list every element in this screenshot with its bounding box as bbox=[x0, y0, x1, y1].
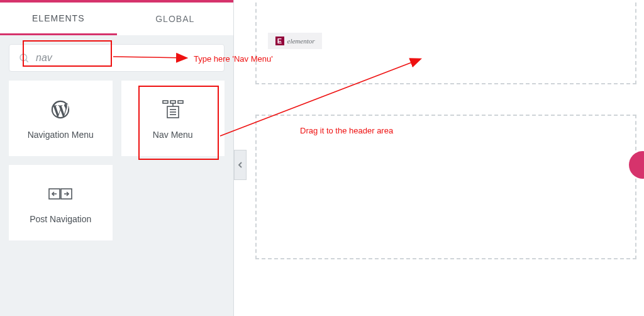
chevron-left-icon bbox=[237, 161, 243, 169]
widgets-grid: Navigation Menu Nav Menu bbox=[9, 81, 225, 240]
widget-post-navigation[interactable]: Post Navigation bbox=[9, 165, 113, 240]
widget-label: Navigation Menu bbox=[28, 130, 94, 140]
panel-collapse-button[interactable] bbox=[234, 150, 247, 180]
elements-panel: ELEMENTS GLOBAL Navigation Menu bbox=[0, 0, 234, 316]
widget-label: Nav Menu bbox=[153, 130, 193, 140]
wordpress-icon bbox=[50, 97, 71, 122]
widget-label: Post Navigation bbox=[30, 214, 91, 224]
annotation-text-drag: Drag it to the header area bbox=[300, 126, 393, 135]
panel-tabs: ELEMENTS GLOBAL bbox=[0, 3, 233, 35]
search-widget-wrap bbox=[9, 44, 225, 72]
search-widget-input[interactable] bbox=[36, 52, 215, 64]
widget-nav-menu[interactable]: Nav Menu bbox=[121, 81, 225, 156]
canvas-section-header[interactable] bbox=[255, 115, 636, 259]
svg-point-0 bbox=[20, 54, 27, 61]
canvas-section-top[interactable]: E elementor bbox=[255, 3, 636, 84]
panel-body: Navigation Menu Nav Menu bbox=[0, 35, 233, 249]
tab-global[interactable]: GLOBAL bbox=[117, 3, 234, 35]
svg-line-1 bbox=[26, 60, 28, 62]
tab-elements[interactable]: ELEMENTS bbox=[0, 3, 117, 35]
elementor-logo-text: elementor bbox=[287, 37, 315, 45]
search-icon bbox=[18, 52, 30, 64]
annotation-text-type: Type here 'Nav Menu' bbox=[194, 54, 273, 64]
preview-canvas: E elementor bbox=[247, 3, 644, 316]
nav-menu-icon bbox=[162, 97, 184, 122]
svg-rect-3 bbox=[170, 101, 175, 103]
elementor-logo-icon: E bbox=[275, 37, 284, 45]
svg-rect-4 bbox=[178, 101, 183, 103]
post-navigation-icon bbox=[48, 181, 73, 206]
svg-rect-2 bbox=[163, 101, 168, 103]
elementor-logo-badge: E elementor bbox=[268, 33, 322, 49]
widget-navigation-menu[interactable]: Navigation Menu bbox=[9, 81, 113, 156]
